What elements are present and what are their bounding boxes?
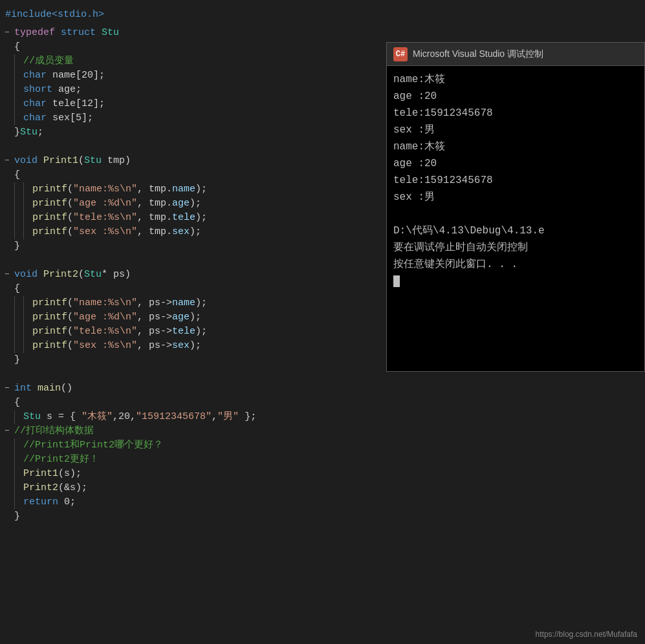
code-line: Print1(s); [0, 467, 382, 481]
code-line: //Print2更好！ [0, 453, 382, 467]
code-line: − //打印结构体数据 [0, 424, 382, 438]
output-line: D:\代码\4.13\Debug\4.13.e [393, 222, 638, 239]
console-cursor [393, 275, 400, 287]
code-line: char tele[12]; [0, 97, 382, 111]
output-line: 要在调试停止时自动关闭控制 [393, 239, 638, 256]
code-line: } [0, 239, 382, 253]
code-line [0, 140, 382, 154]
code-line: printf("sex :%s\n", tmp.sex); [0, 225, 382, 239]
output-line: name:木筱 [393, 71, 638, 88]
code-line: { [0, 282, 382, 296]
code-line: printf("name:%s\n", tmp.name); [0, 182, 382, 197]
code-line: printf("tele:%s\n", tmp.tele); [0, 211, 382, 225]
code-line: return 0; [0, 495, 382, 510]
code-line: − void Print2(Stu* ps) [0, 268, 382, 282]
code-line: − int main() [0, 381, 382, 396]
code-line: printf("age :%d\n", ps->age); [0, 310, 382, 325]
code-line: Print2(&s); [0, 481, 382, 495]
code-line: } [0, 353, 382, 367]
code-line: printf("tele:%s\n", ps->tele); [0, 325, 382, 339]
console-title: Microsoft Visual Studio 调试控制 [413, 48, 543, 60]
console-output: name:木筱 age :20 tele:15912345678 sex :男 … [387, 66, 644, 371]
collapse-icon[interactable]: − [0, 154, 14, 168]
output-line: age :20 [393, 88, 638, 105]
code-line: − typedef struct Stu [0, 26, 382, 40]
code-line: } [0, 510, 382, 524]
code-line: printf("age :%d\n", tmp.age); [0, 197, 382, 211]
output-line: sex :男 [393, 122, 638, 138]
collapse-icon[interactable]: − [0, 268, 14, 282]
code-line: char name[20]; [0, 69, 382, 83]
output-line: age :20 [393, 155, 638, 172]
output-line: 按任意键关闭此窗口. . . [393, 256, 638, 273]
collapse-icon[interactable]: − [0, 26, 14, 40]
code-line: { [0, 168, 382, 182]
code-line: }Stu; [0, 125, 382, 140]
code-editor: #include<stdio.h> − typedef struct Stu {… [0, 0, 382, 644]
output-line: tele:15912345678 [393, 105, 638, 122]
code-line: { [0, 40, 382, 54]
output-cursor-line [393, 273, 638, 290]
output-line [393, 206, 638, 222]
collapse-icon[interactable]: − [0, 424, 14, 438]
code-line: //Print1和Print2哪个更好？ [0, 438, 382, 453]
include-line: #include<stdio.h> [0, 5, 382, 26]
watermark: https://blog.csdn.net/Mufafafa [536, 630, 637, 639]
output-line: tele:15912345678 [393, 172, 638, 189]
code-line [0, 253, 382, 268]
output-line: name:木筱 [393, 138, 638, 155]
console-panel: C# Microsoft Visual Studio 调试控制 name:木筱 … [386, 42, 645, 372]
code-line: char sex[5]; [0, 111, 382, 125]
code-line: printf("sex :%s\n", ps->sex); [0, 339, 382, 353]
code-line: //成员变量 [0, 54, 382, 69]
code-line: − void Print1(Stu tmp) [0, 154, 382, 168]
code-line: printf("name:%s\n", ps->name); [0, 296, 382, 310]
code-line [0, 367, 382, 381]
output-line: sex :男 [393, 189, 638, 206]
code-line: Stu s = { "木筱",20,"15912345678","男" }; [0, 410, 382, 424]
code-line: short age; [0, 83, 382, 97]
code-line: { [0, 396, 382, 410]
collapse-icon[interactable]: − [0, 381, 14, 396]
vs-icon: C# [393, 47, 408, 61]
console-titlebar: C# Microsoft Visual Studio 调试控制 [387, 43, 644, 66]
